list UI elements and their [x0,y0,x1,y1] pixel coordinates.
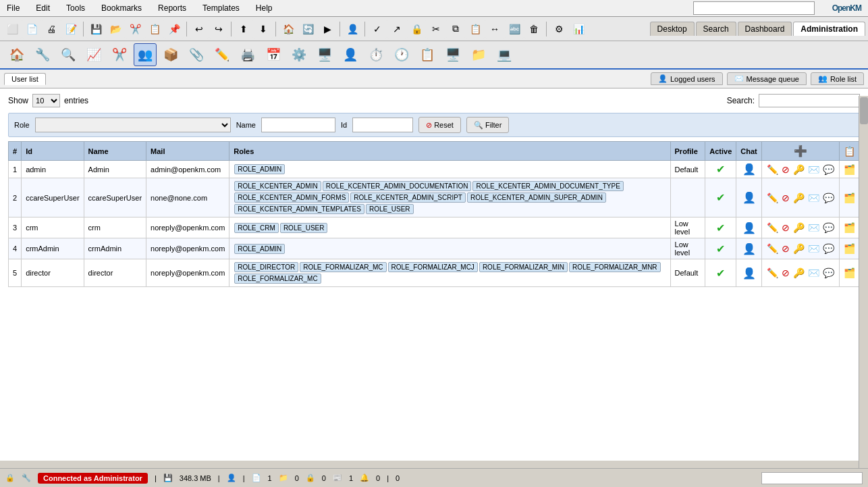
toolbar-btn-4[interactable]: 📝 [61,20,80,39]
scroll-thumb[interactable] [860,97,868,124]
icon-users[interactable]: 👥 [134,43,157,66]
add-user-icon[interactable]: ➕ [794,145,807,157]
toolbar-btn-1[interactable]: ⬜ [3,20,22,39]
top-search-input[interactable] [693,1,815,15]
grid-icon[interactable]: 🗂️ [844,164,855,175]
menu-templates[interactable]: Templates [198,2,244,14]
menu-bookmarks[interactable]: Bookmarks [97,2,146,14]
mail-icon[interactable]: ✉️ [808,164,819,175]
key-icon[interactable]: 🔑 [793,267,805,278]
icon-calendar[interactable]: 📅 [262,43,285,66]
menu-file[interactable]: File [3,2,24,14]
menu-tools[interactable]: Tools [62,2,89,14]
menu-help[interactable]: Help [252,2,277,14]
icon-folder[interactable]: 📁 [467,43,490,66]
subtab-message-queue[interactable]: ✉️ Message queue [727,72,807,85]
subtab-userlist[interactable]: User list [4,73,46,85]
icon-scissors[interactable]: ✂️ [108,43,131,66]
icon-box[interactable]: 📦 [159,43,182,66]
mail-icon[interactable]: ✉️ [808,267,819,278]
icon-terminal[interactable]: 💻 [493,43,516,66]
key-icon[interactable]: 🔑 [793,193,805,203]
toolbar-btn-home[interactable]: 🏠 [279,20,298,39]
toolbar-btn-11[interactable]: ↪ [209,20,228,39]
icon-gear[interactable]: ⚙️ [288,43,310,66]
icon-monitor[interactable]: 🖥️ [313,43,336,66]
search-input[interactable] [759,94,860,107]
grid-icon[interactable]: 🗂️ [844,243,855,254]
grid-icon[interactable]: 🗂️ [844,222,855,233]
toolbar-btn-upload[interactable]: ⬆ [234,20,253,39]
key-icon[interactable]: 🔑 [793,164,805,175]
toolbar-btn-3[interactable]: 🖨 [42,20,61,39]
key-icon[interactable]: 🔑 [793,222,805,233]
icon-search[interactable]: 🔍 [57,43,80,66]
mail-icon[interactable]: ✉️ [808,243,819,254]
toolbar-btn-5[interactable]: 💾 [86,20,105,39]
filter-button[interactable]: 🔍 Filter [466,117,509,133]
toolbar-btn-9[interactable]: 📌 [165,20,184,39]
toolbar-btn-cut[interactable]: ✂ [427,20,445,39]
menu-reports[interactable]: Reports [154,2,190,14]
disable-icon[interactable]: ⊘ [782,222,790,233]
toolbar-btn-arrow[interactable]: ↗ [387,20,406,39]
edit-icon[interactable]: ✏️ [767,193,778,203]
grid-icon[interactable]: 🗂️ [844,267,855,278]
toolbar-btn-copy[interactable]: ⧉ [446,20,465,39]
edit-icon[interactable]: ✏️ [767,222,778,233]
grid-icon[interactable]: 🗂️ [844,193,855,203]
disable-icon[interactable]: ⊘ [782,193,790,203]
mail-icon[interactable]: ✉️ [808,193,819,203]
icon-attach[interactable]: 📎 [185,43,208,66]
tab-desktop[interactable]: Desktop [650,22,695,36]
mail-icon[interactable]: ✉️ [808,222,819,233]
status-search-input[interactable] [761,472,863,484]
icon-clock2[interactable]: 🕐 [390,43,413,66]
chat-action-icon[interactable]: 💬 [823,164,834,175]
chat-action-icon[interactable]: 💬 [823,243,834,254]
subtab-logged-users[interactable]: 👤 Logged users [651,72,723,85]
toolbar-btn-wf[interactable]: 📊 [569,20,588,39]
toolbar-btn-10[interactable]: ↩ [190,20,209,39]
icon-screen[interactable]: 🖥️ [441,43,464,66]
id-input[interactable] [352,118,413,132]
icon-person[interactable]: 👤 [339,43,362,66]
toolbar-btn-check[interactable]: ✓ [368,20,387,39]
col-add[interactable]: ➕ [761,142,839,161]
tab-search[interactable]: Search [696,22,736,36]
icon-list[interactable]: 📋 [416,43,439,66]
disable-icon[interactable]: ⊘ [782,243,790,254]
toolbar-btn-user[interactable]: 👤 [343,20,362,39]
reset-button[interactable]: ⊘ Reset [418,117,461,133]
toolbar-btn-properties[interactable]: ⚙ [549,20,568,39]
icon-edit[interactable]: ✏️ [211,43,234,66]
toolbar-btn-7[interactable]: ✂️ [126,20,144,39]
toolbar-btn-8[interactable]: 📋 [145,20,164,39]
role-select[interactable] [35,118,231,132]
name-input[interactable] [261,118,335,132]
disable-icon[interactable]: ⊘ [782,164,790,175]
edit-icon[interactable]: ✏️ [767,243,778,254]
subtab-role-list[interactable]: 👥 Role list [811,72,864,85]
tab-administration[interactable]: Administration [793,22,865,36]
scrollbar[interactable] [859,96,868,468]
icon-clock1[interactable]: ⏱️ [364,43,387,66]
edit-icon[interactable]: ✏️ [767,267,778,278]
toolbar-btn-lock[interactable]: 🔒 [407,20,426,39]
chat-action-icon[interactable]: 💬 [823,222,834,233]
toolbar-btn-rename[interactable]: 🔤 [505,20,524,39]
toolbar-btn-delete[interactable]: 🗑 [524,20,543,39]
tab-dashboard[interactable]: Dashboard [738,22,792,36]
csv-export-icon[interactable]: 📋 [844,146,855,157]
toolbar-btn-2[interactable]: 📄 [22,20,41,39]
col-csv[interactable]: 📋 [839,142,859,161]
icon-print[interactable]: 🖨️ [236,43,259,66]
toolbar-btn-6[interactable]: 📂 [106,20,125,39]
disable-icon[interactable]: ⊘ [782,267,790,278]
icon-pulse[interactable]: 📈 [82,43,105,66]
chat-action-icon[interactable]: 💬 [823,267,834,278]
edit-icon[interactable]: ✏️ [767,164,778,175]
toolbar-btn-download[interactable]: ⬇ [254,20,273,39]
show-select[interactable]: 102550100 [32,94,60,107]
icon-home[interactable]: 🏠 [5,43,28,66]
